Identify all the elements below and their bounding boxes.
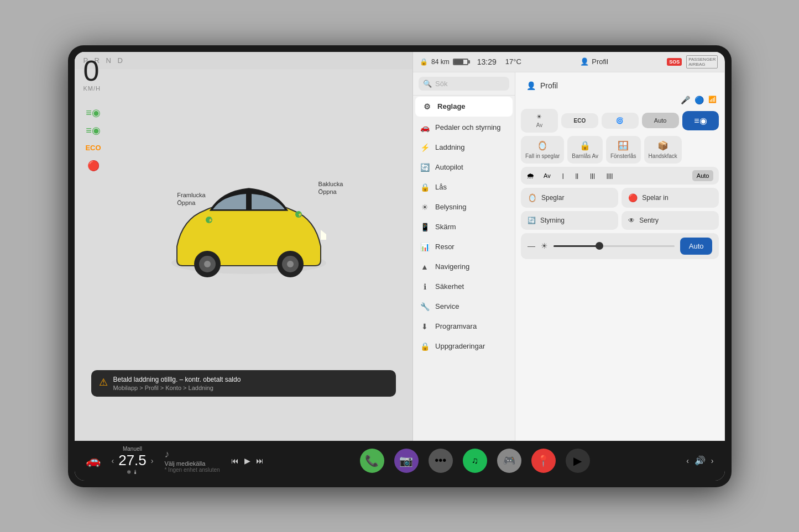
- belysning-label: Belysning: [435, 203, 466, 211]
- svg-text:⚡: ⚡: [208, 218, 213, 223]
- menu-item-sakerhet[interactable]: ℹ Säkerhet: [413, 277, 515, 297]
- menu-item-navigering[interactable]: ▲ Navigering: [413, 257, 515, 277]
- uppgraderingar-label: Uppgraderingar: [435, 342, 485, 350]
- wiper-1[interactable]: |: [558, 170, 568, 181]
- mirrors-btn[interactable]: 🪞 Speglar: [521, 188, 618, 208]
- menu-item-uppgraderingar[interactable]: 🔒 Uppgraderingar: [413, 336, 515, 356]
- camera-icon[interactable]: 📷: [394, 449, 419, 473]
- sentry-label: Sentry: [639, 217, 659, 224]
- spelar-in-btn[interactable]: 🔴 Spelar in: [622, 188, 719, 208]
- fonsterlas-btn[interactable]: 🪟 Fönsterlås: [606, 136, 641, 164]
- menu-item-programvara[interactable]: ⬇ Programvara: [413, 317, 515, 336]
- wiper-auto[interactable]: Auto: [692, 170, 714, 181]
- menu-item-las[interactable]: 🔒 Lås: [413, 177, 515, 197]
- menu-item-laddning[interactable]: ⚡ Laddning: [413, 138, 515, 157]
- car-image: FramluckaÖppna BakluckaÖppna: [160, 175, 348, 296]
- phone-icon[interactable]: 📞: [360, 449, 384, 473]
- spelar-in-label: Spelar in: [642, 194, 668, 202]
- menu-sidebar: 🔍 Sök ⚙ Reglage 🚗 Pedaler och styrning: [413, 72, 515, 441]
- speedometer: 0 KM/H: [83, 56, 101, 92]
- passenger-airbag-badge: PASSENGERAIRBAG: [686, 55, 718, 69]
- front-door-label: FramluckaÖppna: [177, 191, 205, 207]
- autopilot-icon: 🔄: [420, 163, 430, 172]
- fan-btn[interactable]: 🌀: [602, 113, 639, 129]
- volume-icon[interactable]: 🔊: [694, 455, 706, 466]
- uppgraderingar-icon: 🔒: [420, 342, 430, 351]
- autopilot-label: Autopilot: [435, 163, 463, 171]
- brightness-auto-btn[interactable]: Auto: [680, 238, 713, 255]
- menu-item-belysning[interactable]: ☀ Belysning: [413, 197, 515, 217]
- chevron-right-icon[interactable]: ›: [711, 456, 714, 465]
- high-beam-btn[interactable]: ≡◉: [682, 111, 719, 130]
- profile-button[interactable]: 👤 Profil: [580, 57, 608, 66]
- skarm-label: Skärm: [435, 223, 456, 231]
- sentry-btn[interactable]: 👁 Sentry: [622, 211, 719, 230]
- more-apps-icon[interactable]: •••: [429, 449, 453, 473]
- right-header: 🔒 84 km 13:29 17°C 👤 Profil: [413, 52, 724, 72]
- search-bar: 🔍 Sök: [413, 72, 515, 96]
- main-area: P R N D 0 KM/H ≡◉ ≡◉ ECO 🔴 Fram: [75, 52, 725, 441]
- brightness-icon: —: [528, 241, 535, 250]
- menu-item-service[interactable]: 🔧 Service: [413, 297, 515, 317]
- brightness-row: — ☀ Auto: [521, 233, 719, 259]
- profile-label: Profil: [592, 57, 608, 66]
- search-icon: 🔍: [423, 80, 432, 88]
- games-icon[interactable]: 🎮: [497, 449, 521, 473]
- high-beam-icon: ≡◉: [686, 115, 716, 126]
- wiper-2[interactable]: ||: [571, 170, 583, 181]
- barnlas-btn[interactable]: 🔒 Barnlås Av: [567, 136, 603, 164]
- play-btn[interactable]: ▶: [244, 456, 250, 465]
- sakerhet-label: Säkerhet: [435, 282, 464, 291]
- fall-in-speglar-btn[interactable]: 🪞 Fall in speglar: [521, 136, 564, 164]
- svg-point-3: [204, 261, 211, 267]
- wiper-off[interactable]: Av: [539, 170, 555, 181]
- profile-header-icon: 👤: [526, 81, 536, 90]
- taskbar-center: 📞 📷 ••• ♫ 🎮 📍 ▶: [360, 449, 590, 473]
- prnd-bar: P R N D: [75, 52, 413, 69]
- light-off-btn[interactable]: ☀ Av: [521, 109, 558, 133]
- svg-point-6: [287, 261, 294, 267]
- prev-track-btn[interactable]: ⏮: [231, 456, 239, 465]
- wiper-icon: 🌧: [526, 171, 534, 180]
- wiper-3[interactable]: |||: [586, 170, 599, 181]
- handskfack-btn[interactable]: 📦 Handskfack: [644, 136, 682, 164]
- alert-icon: ⚠: [99, 376, 108, 388]
- next-track-btn[interactable]: ⏭: [256, 456, 264, 465]
- programvara-icon: ⬇: [420, 322, 430, 331]
- search-input-wrap[interactable]: 🔍 Sök: [419, 77, 509, 91]
- belysning-icon: ☀: [420, 203, 430, 212]
- alert-box: ⚠ Betald laddning otilllg. – kontr. obet…: [91, 370, 396, 397]
- menu-item-skarm[interactable]: 📱 Skärm: [413, 217, 515, 237]
- controls-row-1: ☀ Av ECO 🌀 Auto: [521, 109, 719, 133]
- auto-climate-btn[interactable]: Auto: [642, 113, 679, 128]
- screen-inner: P R N D 0 KM/H ≡◉ ≡◉ ECO 🔴 Fram: [75, 52, 725, 481]
- maps-icon[interactable]: 📍: [531, 449, 556, 473]
- menu-item-autopilot[interactable]: 🔄 Autopilot: [413, 157, 515, 177]
- eco-btn[interactable]: ECO: [561, 113, 598, 128]
- menu-item-resor[interactable]: 📊 Resor: [413, 237, 515, 257]
- time-display: 13:29: [477, 57, 497, 66]
- car-taskbar-icon[interactable]: 🚗: [86, 454, 101, 468]
- steering-btn[interactable]: 🔄 Styrning: [521, 211, 618, 230]
- menu-item-pedaler[interactable]: 🚗 Pedaler och styrning: [413, 118, 515, 138]
- temp-left-arrow[interactable]: ‹: [112, 456, 114, 465]
- eco-icon: ECO: [86, 143, 101, 154]
- alert-main-text: Betald laddning otilllg. – kontr. obetal…: [113, 376, 241, 383]
- service-label: Service: [435, 302, 459, 310]
- media-icon[interactable]: ▶: [566, 449, 590, 473]
- alert-sub-text: Mobilapp > Profil > Konto > Laddning: [113, 384, 241, 391]
- profile-header-label: Profil: [540, 81, 558, 90]
- taillight-icon: ≡◉: [86, 125, 101, 136]
- menu-item-reglage[interactable]: ⚙ Reglage: [415, 97, 513, 117]
- sakerhet-icon: ℹ: [420, 282, 430, 291]
- chevron-left-icon[interactable]: ‹: [686, 456, 689, 465]
- resor-icon: 📊: [420, 243, 430, 251]
- temp-display: 17°C: [505, 57, 521, 66]
- spotify-icon[interactable]: ♫: [463, 449, 487, 473]
- temp-right-arrow[interactable]: ›: [151, 456, 154, 465]
- profile-icon: 👤: [580, 57, 589, 66]
- pedaler-label: Pedaler och styrning: [435, 123, 501, 131]
- sos-badge[interactable]: SOS: [667, 58, 682, 66]
- wiper-4[interactable]: ||||: [602, 170, 617, 181]
- brightness-slider[interactable]: [553, 245, 675, 247]
